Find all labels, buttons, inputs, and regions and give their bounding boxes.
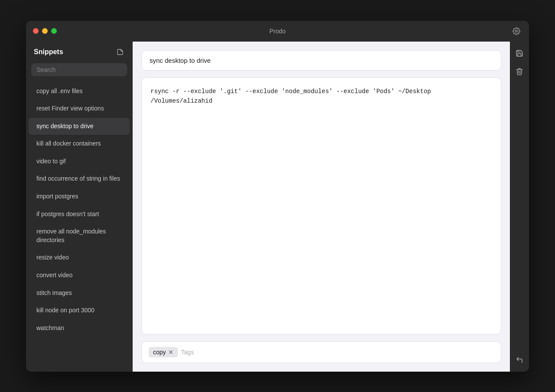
maximize-button[interactable] [51,28,57,34]
back-button[interactable] [512,353,527,367]
close-button[interactable] [33,28,39,34]
sidebar-item-sync-desktop[interactable]: sync desktop to drive [29,118,130,135]
snippet-title[interactable]: sync desktop to drive [141,50,501,71]
sidebar-item-resize-video[interactable]: resize video [29,249,130,266]
sidebar-item-kill-node[interactable]: kill node on port 3000 [29,302,130,319]
sidebar-item-find-occurrence[interactable]: find occurrence of string in files [29,170,130,188]
sidebar-title: Snippets [34,48,63,56]
titlebar: Prodo [26,21,529,42]
tag-label: copy [153,349,166,356]
tags-placeholder[interactable]: Tags [181,349,194,356]
sidebar-item-video-to-gif[interactable]: video to gif [29,153,130,170]
snippet-tags-bar: copy ✕ Tags [141,341,501,363]
trash-icon [516,68,523,75]
snippet-code-area[interactable]: rsync -r --exclude '.git' --exclude 'nod… [141,78,501,334]
right-sidebar [510,42,529,372]
settings-button[interactable] [511,26,522,37]
sidebar-header: Snippets [26,42,132,61]
titlebar-right [511,26,522,37]
main-layout: Snippets copy all .env filesreset Finder… [26,42,529,372]
tag-chip-copy: copy ✕ [149,347,178,357]
sidebar-item-stitch-images[interactable]: stitch images [29,285,130,302]
snippet-code: rsync -r --exclude '.git' --exclude 'nod… [150,87,492,106]
window-title: Prodo [269,28,285,35]
sidebar-item-watchman[interactable]: watchman [29,320,130,337]
new-doc-icon [117,49,124,55]
tag-remove-button[interactable]: ✕ [168,349,173,355]
gear-icon [513,27,520,35]
sidebar-item-reset-finder[interactable]: reset Finder view options [29,100,130,117]
sidebar-item-if-postgres[interactable]: if postgres doesn't start [29,206,130,223]
save-button[interactable] [512,46,527,61]
content-area: sync desktop to drive rsync -r --exclude… [133,42,510,372]
sidebar: Snippets copy all .env filesreset Finder… [26,42,132,372]
snippet-list: copy all .env filesreset Finder view opt… [26,81,132,372]
search-container [26,61,132,81]
search-input[interactable] [31,63,127,76]
sidebar-item-convert-video[interactable]: convert video [29,267,130,284]
save-icon [516,49,523,57]
sidebar-item-import-postgres[interactable]: import postgres [29,188,130,205]
new-snippet-button[interactable] [116,48,124,56]
traffic-lights [33,28,57,34]
sidebar-item-remove-node-modules[interactable]: remove all node_modules directories [29,223,130,249]
sidebar-item-copy-all-env[interactable]: copy all .env files [29,83,130,100]
svg-point-0 [516,30,518,32]
sidebar-item-kill-docker[interactable]: kill all docker containers [29,135,130,152]
delete-button[interactable] [512,64,527,79]
back-icon [516,356,523,364]
minimize-button[interactable] [42,28,48,34]
app-window: Prodo Snippets [26,21,529,372]
